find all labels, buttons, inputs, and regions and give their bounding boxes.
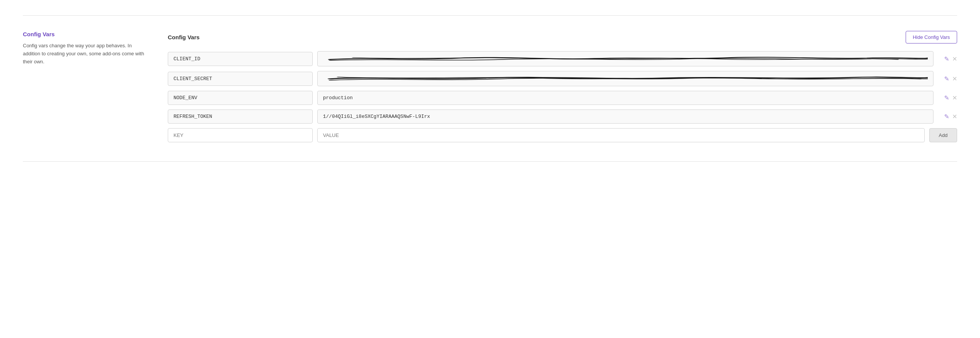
refresh-token-key-input[interactable] xyxy=(168,109,313,124)
client-secret-edit-icon[interactable]: ✎ xyxy=(944,75,949,82)
client-secret-value-redacted xyxy=(317,71,933,86)
config-row-client-id: ✎ ✕ xyxy=(168,51,957,66)
top-divider xyxy=(23,15,957,16)
left-panel-title: Config Vars xyxy=(23,31,145,37)
config-vars-section: Config Vars Config vars change the way y… xyxy=(23,31,957,142)
left-panel: Config Vars Config vars change the way y… xyxy=(23,31,145,142)
node-env-edit-icon[interactable]: ✎ xyxy=(944,94,949,101)
right-panel-header: Config Vars Hide Config Vars xyxy=(168,31,957,43)
node-env-key-input[interactable] xyxy=(168,91,313,105)
client-id-value-redacted xyxy=(317,51,933,66)
hide-config-vars-button[interactable]: Hide Config Vars xyxy=(906,31,957,43)
bottom-divider xyxy=(23,161,957,162)
right-panel-title: Config Vars xyxy=(168,34,199,40)
refresh-token-edit-icon[interactable]: ✎ xyxy=(944,113,949,120)
client-id-delete-icon[interactable]: ✕ xyxy=(952,55,957,63)
add-new-row: Add xyxy=(168,128,957,142)
config-row-client-secret: ✎ ✕ xyxy=(168,71,957,86)
client-id-edit-icon[interactable]: ✎ xyxy=(944,55,949,63)
client-secret-delete-icon[interactable]: ✕ xyxy=(952,75,957,82)
client-id-key-input[interactable] xyxy=(168,52,313,66)
page-container: Config Vars Config vars change the way y… xyxy=(0,0,980,177)
client-secret-key-input[interactable] xyxy=(168,72,313,86)
node-env-delete-icon[interactable]: ✕ xyxy=(952,94,957,101)
node-env-value-input[interactable] xyxy=(317,91,933,105)
config-row-refresh-token: ✎ ✕ xyxy=(168,109,957,124)
config-row-node-env: ✎ ✕ xyxy=(168,91,957,105)
client-id-actions: ✎ ✕ xyxy=(938,55,957,63)
client-secret-actions: ✎ ✕ xyxy=(938,75,957,82)
new-value-input[interactable] xyxy=(317,128,925,142)
node-env-actions: ✎ ✕ xyxy=(938,94,957,101)
right-panel: Config Vars Hide Config Vars ✎ ✕ xyxy=(168,31,957,142)
refresh-token-actions: ✎ ✕ xyxy=(938,113,957,120)
refresh-token-value-input[interactable] xyxy=(317,109,933,124)
add-button[interactable]: Add xyxy=(929,128,957,142)
new-key-input[interactable] xyxy=(168,128,313,142)
left-panel-description: Config vars change the way your app beha… xyxy=(23,42,145,66)
refresh-token-delete-icon[interactable]: ✕ xyxy=(952,113,957,120)
